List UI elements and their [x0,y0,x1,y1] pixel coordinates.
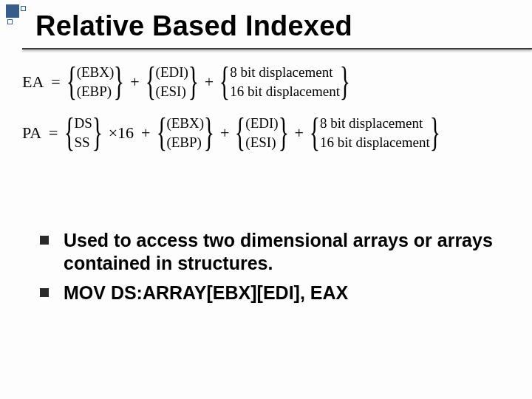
square-bullet-icon [40,236,49,245]
plus-sign: + [129,72,140,92]
ea-disp-opt2: 16 bit displacement [230,82,340,101]
pa-group-disp: { 8 bit displacement 16 bit displacement… [310,114,440,151]
deco-square-filled [6,4,19,18]
list-item: MOV DS:ARRAY[EBX][EDI], EAX [40,282,507,304]
pa-disp-opt2: 16 bit displacement [320,133,430,152]
plus-sign: + [203,72,215,92]
plus-sign: + [293,123,305,143]
ea-base-opt1: (EBX) [77,63,115,82]
left-brace-icon: { [310,117,320,149]
deco-square-outline-1 [21,6,26,11]
pa-lhs: PA [22,123,43,143]
right-brace-icon: } [204,117,214,149]
pa-index-opt2: (ESI) [245,133,278,152]
equals-sign: = [47,123,59,143]
ea-index-opt2: (ESI) [156,82,188,101]
ea-base-stack: (EBX) (EBP) [77,63,115,100]
left-brace-icon: { [64,117,74,149]
right-brace-icon: } [340,66,350,98]
left-brace-icon: { [219,66,230,98]
bullet-list: Used to access two dimensional arrays or… [40,229,507,310]
formula-block: EA = { (EBX) (EBP) } + { (EDI) (ESI) } +… [22,63,517,166]
ea-group-disp: { 8 bit displacement 16 bit displacement… [219,63,350,100]
right-brace-icon: } [188,66,199,98]
slide-corner-decoration [6,4,25,24]
pa-seg-opt2: SS [74,133,92,152]
plus-sign: + [219,123,231,143]
left-brace-icon: { [235,117,245,149]
slide-title: Relative Based Indexed [35,10,352,42]
ea-group-index: { (EDI) (ESI) } [146,63,199,100]
list-item: Used to access two dimensional arrays or… [40,229,507,276]
times-16: ×16 [107,123,135,143]
right-brace-icon: } [92,117,103,149]
ea-index-stack: (EDI) (ESI) [156,63,188,100]
left-brace-icon: { [156,117,166,149]
pa-group-seg: { DS SS } [64,114,103,151]
pa-index-stack: (EDI) (ESI) [245,114,278,151]
pa-index-opt1: (EDI) [245,114,278,133]
pa-seg-opt1: DS [74,114,92,133]
left-brace-icon: { [66,66,77,98]
pa-disp-stack: 8 bit displacement 16 bit displacement [320,114,430,151]
pa-base-stack: (EBX) (EBP) [166,114,204,151]
pa-disp-opt1: 8 bit displacement [320,114,430,133]
right-brace-icon: } [279,117,289,149]
right-brace-icon: } [114,66,124,98]
ea-lhs: EA [22,72,45,92]
square-bullet-icon [40,288,49,297]
left-brace-icon: { [146,66,156,98]
right-brace-icon: } [430,117,440,149]
title-underline [22,48,532,50]
ea-disp-opt1: 8 bit displacement [230,63,340,82]
bullet-text-2: MOV DS:ARRAY[EBX][EDI], EAX [64,282,348,304]
plus-sign: + [140,123,151,143]
pa-base-opt1: (EBX) [166,114,204,133]
ea-group-base: { (EBX) (EBP) } [66,63,125,100]
equation-ea: EA = { (EBX) (EBP) } + { (EDI) (ESI) } +… [22,63,517,100]
ea-base-opt2: (EBP) [77,82,115,101]
pa-seg-stack: DS SS [74,114,92,151]
pa-group-index: { (EDI) (ESI) } [235,114,288,151]
pa-base-opt2: (EBP) [166,133,204,152]
ea-index-opt1: (EDI) [156,63,188,82]
equals-sign: = [50,72,61,92]
deco-square-outline-2 [7,19,13,24]
bullet-text-1: Used to access two dimensional arrays or… [64,229,507,276]
equation-pa: PA = { DS SS } ×16 + { (EBX) (EBP) } + {… [22,114,517,151]
pa-group-base: { (EBX) (EBP) } [157,114,215,151]
ea-disp-stack: 8 bit displacement 16 bit displacement [230,63,340,100]
